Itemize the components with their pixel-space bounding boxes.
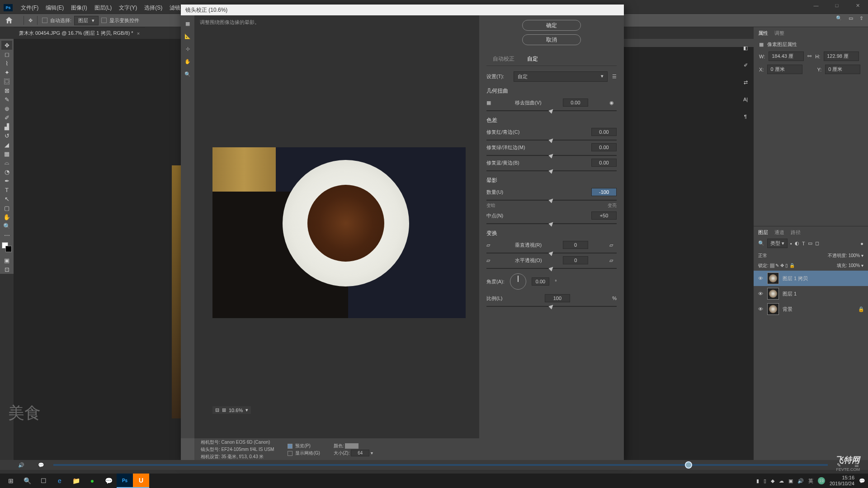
show-transform-checkbox[interactable] xyxy=(101,18,107,23)
straighten-tool[interactable]: 📐 xyxy=(183,32,192,41)
chevron-down-icon[interactable]: ▾ xyxy=(245,407,248,413)
move-grid-tool[interactable]: ⊹ xyxy=(183,44,192,53)
filter-pixel-icon[interactable]: ▪ xyxy=(790,241,792,246)
filter-shape-icon[interactable]: ▭ xyxy=(808,240,812,246)
fix-gm-slider[interactable] xyxy=(486,155,617,156)
dodge-tool[interactable]: ◔ xyxy=(1,167,12,176)
preview-checkbox[interactable] xyxy=(288,444,292,449)
hand-tool-dlg[interactable]: ✋ xyxy=(183,57,192,66)
tray-icon[interactable]: ◆ xyxy=(771,478,774,484)
lock-icons[interactable]: ▦ ✎ ✥ ▯ 🔒 xyxy=(770,263,795,268)
screenmode-tool[interactable]: ⊡ xyxy=(1,265,12,274)
edit-toolbar[interactable]: ⋯ xyxy=(1,230,12,239)
remove-dist-input[interactable]: 0.00 xyxy=(563,99,588,107)
shape-tool[interactable]: ▢ xyxy=(1,203,12,212)
tab-layers[interactable]: 图层 xyxy=(758,229,768,236)
share-icon[interactable]: ⇪ xyxy=(859,15,863,21)
wechat-icon[interactable]: 💬 xyxy=(100,474,117,488)
document-tab[interactable]: 萧木水 00454.JPG @ 16.7% (图层 1 拷贝, RGB/8) *… xyxy=(14,27,145,39)
tab-channels[interactable]: 通道 xyxy=(774,229,784,236)
fix-gm-input[interactable]: 0.00 xyxy=(591,143,617,151)
tab-paths[interactable]: 路径 xyxy=(791,229,801,236)
grid-color-swatch[interactable] xyxy=(345,443,359,449)
grid-checkbox[interactable] xyxy=(288,451,292,456)
start-button[interactable]: ⊞ xyxy=(3,474,19,488)
x-field[interactable]: 0 厘米 xyxy=(767,65,802,74)
amount-input[interactable]: -100 xyxy=(591,188,617,196)
search-icon[interactable]: 🔍 xyxy=(836,15,842,21)
filter-smart-icon[interactable]: ◻ xyxy=(815,240,819,246)
vtab-char-icon[interactable]: A| xyxy=(740,94,751,105)
filter-toggle[interactable]: ● xyxy=(860,241,863,246)
midpoint-slider[interactable] xyxy=(486,223,617,224)
tab-auto[interactable]: 自动校正 xyxy=(486,52,521,66)
zoom-tool-dlg[interactable]: 🔍 xyxy=(183,70,192,79)
fix-by-input[interactable]: 0.00 xyxy=(591,159,617,167)
stamp-tool[interactable]: ▟ xyxy=(1,122,12,131)
hpersp-slider[interactable] xyxy=(486,268,617,269)
eyedropper-tool[interactable]: ✎ xyxy=(1,95,12,104)
filter-dropdown[interactable]: 类型 ▾ xyxy=(767,239,788,248)
setting-menu-icon[interactable]: ☰ xyxy=(612,74,617,80)
history-brush-tool[interactable]: ↺ xyxy=(1,131,12,140)
vtab-color-icon[interactable]: ◧ xyxy=(740,42,751,53)
edge-icon[interactable]: e xyxy=(52,474,68,488)
scale-input[interactable]: 100 xyxy=(545,294,570,302)
visibility-icon[interactable]: 👁 xyxy=(757,291,764,296)
hpersp-input[interactable]: 0 xyxy=(563,256,588,264)
midpoint-input[interactable]: +50 xyxy=(591,211,617,220)
tray-icon[interactable]: ▯ xyxy=(764,478,766,484)
visibility-icon[interactable]: 👁 xyxy=(757,306,764,312)
app-task-icon[interactable]: U xyxy=(133,474,149,488)
lasso-tool[interactable]: ⌇ xyxy=(1,59,12,68)
auto-select-dropdown[interactable]: 图层▾ xyxy=(74,16,99,25)
maximize-button[interactable]: □ xyxy=(826,0,847,11)
color-swatch[interactable] xyxy=(2,242,12,252)
angle-input[interactable]: 0.00 xyxy=(532,277,549,286)
tray-icon[interactable]: ▣ xyxy=(788,478,793,484)
filter-text-icon[interactable]: T xyxy=(802,241,805,246)
photoshop-task-icon[interactable]: Ps xyxy=(117,474,133,488)
link-icon[interactable]: ⚯ xyxy=(807,53,811,59)
cancel-button[interactable]: 取消 xyxy=(522,34,581,45)
tray-icon[interactable]: ▮ xyxy=(756,478,759,484)
search-icon[interactable]: 🔍 xyxy=(19,474,35,488)
blend-dropdown[interactable]: 正常 xyxy=(758,253,799,259)
vpersp-input[interactable]: 0 xyxy=(563,241,588,249)
filter-search-icon[interactable]: 🔍 xyxy=(758,240,764,246)
home-icon[interactable] xyxy=(5,16,14,25)
vpersp-slider[interactable] xyxy=(486,253,617,253)
close-button[interactable]: ✕ xyxy=(847,0,868,11)
zoom-tool[interactable]: 🔍 xyxy=(1,221,12,230)
marquee-tool[interactable]: ◻ xyxy=(1,50,12,59)
clock[interactable]: 15:16 2019/10/24 xyxy=(830,475,854,487)
hand-tool[interactable]: ✋ xyxy=(1,212,12,221)
auto-select-checkbox[interactable] xyxy=(42,18,47,23)
scale-slider[interactable] xyxy=(486,306,617,307)
workspace-icon[interactable]: ▭ xyxy=(849,15,853,21)
speaker-icon[interactable]: 🔊 xyxy=(18,462,24,468)
visibility-icon[interactable]: 👁 xyxy=(757,276,764,281)
tab-adjustments[interactable]: 调整 xyxy=(774,30,784,37)
menu-select[interactable]: 选择(S) xyxy=(141,4,166,12)
pen-tool[interactable]: ✒ xyxy=(1,176,12,185)
close-tab-icon[interactable]: × xyxy=(137,31,140,36)
crop-tool[interactable]: ⿴ xyxy=(1,77,12,86)
timeline-thumb[interactable] xyxy=(685,461,692,469)
width-field[interactable]: 184.43 厘 xyxy=(769,52,804,61)
fix-rc-input[interactable]: 0.00 xyxy=(591,128,617,136)
layer-item före[interactable]: 👁 图层 1 拷贝 xyxy=(754,271,868,286)
layer-item[interactable]: 👁 背景 🔒 xyxy=(754,301,868,317)
notification-icon[interactable]: 💬 xyxy=(859,478,865,484)
zoom-in-icon[interactable]: ⊞ xyxy=(222,407,226,413)
path-tool[interactable]: ↖ xyxy=(1,194,12,203)
ok-button[interactable]: 确定 xyxy=(522,20,581,31)
menu-file[interactable]: 文件(F) xyxy=(17,4,42,12)
quickmask-tool[interactable]: ▣ xyxy=(1,256,12,265)
heal-tool[interactable]: ⊕ xyxy=(1,104,12,113)
menu-layer[interactable]: 图层(L) xyxy=(91,4,116,12)
setting-dropdown[interactable]: 自定▾ xyxy=(514,71,608,82)
vtab-brush-icon[interactable]: ✐ xyxy=(740,60,751,70)
minimize-button[interactable]: — xyxy=(806,0,826,11)
gradient-tool[interactable]: ▦ xyxy=(1,149,12,158)
